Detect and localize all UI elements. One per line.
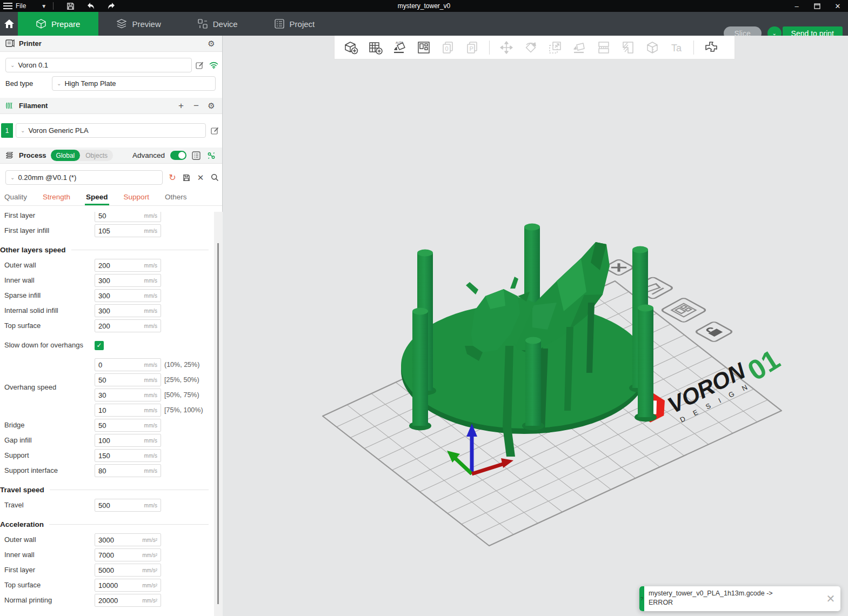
prepare-cube-icon xyxy=(36,19,46,29)
toast-close-icon[interactable]: ✕ xyxy=(821,586,840,611)
process-tab-support[interactable]: Support xyxy=(124,191,149,205)
svg-text:Ta: Ta xyxy=(671,43,682,53)
value-input[interactable]: 50mm/s xyxy=(95,373,161,386)
reset-profile-icon[interactable]: ↻ xyxy=(167,172,178,183)
value-input[interactable]: 5000mm/s² xyxy=(95,564,161,577)
setting-label: Internal solid infill xyxy=(4,306,95,315)
process-tab-quality[interactable]: Quality xyxy=(4,191,27,205)
value-input[interactable]: 7000mm/s² xyxy=(95,548,161,561)
home-button[interactable] xyxy=(0,12,18,36)
hamburger-menu-icon[interactable] xyxy=(3,3,12,9)
tab-device[interactable]: Device xyxy=(179,12,256,36)
process-profile-select[interactable]: ⌄ 0.20mm @V0.1 (*) xyxy=(5,170,163,185)
value-input[interactable]: 30mm/s xyxy=(95,389,161,401)
toast-status: ERROR xyxy=(649,598,817,607)
value-input[interactable]: 150mm/s xyxy=(95,449,161,462)
value-input[interactable]: 0mm/s xyxy=(95,358,161,371)
value-input[interactable]: 100mm/s xyxy=(95,434,161,447)
support-pillar[interactable] xyxy=(409,308,431,431)
printer-section-title: Printer xyxy=(19,39,42,48)
printer-icon xyxy=(5,39,15,48)
process-tab-speed[interactable]: Speed xyxy=(86,191,108,205)
remove-filament-icon[interactable]: − xyxy=(191,101,202,111)
support-pillar[interactable] xyxy=(522,337,544,431)
bed-type-label: Bed type xyxy=(5,79,52,88)
panel-scrollbar[interactable] xyxy=(214,212,223,616)
title-bar: File ▼ mystery_tower_v0 – ✕ xyxy=(0,0,848,12)
value-input[interactable]: 300mm/s xyxy=(95,289,161,302)
filament-settings-gear-icon[interactable]: ⚙ xyxy=(206,101,217,111)
svg-text:AUTO: AUTO xyxy=(396,41,403,44)
value-input[interactable]: 200mm/s xyxy=(95,259,161,272)
redo-icon[interactable] xyxy=(105,2,117,10)
save-icon[interactable] xyxy=(64,2,76,10)
bed-type-select[interactable]: ⌄ High Temp Plate xyxy=(52,76,216,91)
search-icon[interactable] xyxy=(209,172,220,183)
add-model-icon[interactable] xyxy=(340,38,362,57)
value-input[interactable]: 300mm/s xyxy=(95,274,161,287)
value-input[interactable]: 200mm/s xyxy=(95,319,161,332)
parameter-list-icon[interactable] xyxy=(191,150,202,161)
close-button[interactable]: ✕ xyxy=(827,0,848,12)
tab-preview[interactable]: Preview xyxy=(98,12,179,36)
value-input[interactable]: 500mm/s xyxy=(95,499,161,512)
setting-row: Inner wall7000mm/s² xyxy=(0,547,214,563)
copy-icon: 0 xyxy=(437,38,459,57)
undo-icon[interactable] xyxy=(85,2,97,10)
group-label: Other layers speed xyxy=(0,246,66,254)
edit-printer-icon[interactable] xyxy=(194,60,205,71)
process-tab-others[interactable]: Others xyxy=(165,191,187,205)
value-input[interactable]: 10000mm/s² xyxy=(95,579,161,592)
settings-group-header: Other layers speed xyxy=(0,242,214,258)
value-input[interactable]: 50mm/s xyxy=(95,419,161,432)
toast-accent-bar: ? xyxy=(639,586,644,611)
setting-row: Sparse infill300mm/s xyxy=(0,288,214,303)
minimize-button[interactable]: – xyxy=(786,0,807,12)
main-tab-bar: Prepare Preview Device Project Slice ⌄ S… xyxy=(0,12,848,36)
process-scope-toggle[interactable]: Global Objects xyxy=(51,150,113,161)
scene-canvas[interactable]: VORON D E S I G N 01 xyxy=(223,36,848,616)
scope-objects[interactable]: Objects xyxy=(80,150,113,161)
auto-orient-icon[interactable]: AUTO xyxy=(389,38,410,57)
printer-select[interactable]: ⌄ Voron 0.1 xyxy=(5,58,192,72)
value-input[interactable]: 300mm/s xyxy=(95,304,161,317)
viewport-3d[interactable]: VORON D E S I G N 01 xyxy=(223,36,848,616)
value-input[interactable]: 50mm/s xyxy=(95,212,161,222)
value-input[interactable]: 105mm/s xyxy=(95,224,161,237)
process-section-title: Process xyxy=(19,151,46,159)
delete-profile-icon[interactable]: ✕ xyxy=(195,172,206,183)
tab-project[interactable]: Project xyxy=(256,12,333,36)
add-plate-icon[interactable] xyxy=(364,38,386,57)
tab-prepare[interactable]: Prepare xyxy=(18,12,98,36)
checkbox-checked[interactable]: ✓ xyxy=(95,341,104,350)
chevron-down-icon: ⌄ xyxy=(57,81,61,86)
support-pillar[interactable] xyxy=(635,305,657,422)
value-input[interactable]: 10mm/s xyxy=(95,404,161,417)
advanced-toggle[interactable] xyxy=(170,151,186,160)
file-menu-chevron-icon[interactable]: ▼ xyxy=(41,3,46,9)
process-layers-icon xyxy=(5,151,15,159)
process-tab-strength[interactable]: Strength xyxy=(43,191,70,205)
value-input[interactable]: 20000mm/s² xyxy=(95,594,161,607)
printer-settings-gear-icon[interactable]: ⚙ xyxy=(206,38,217,49)
panel-scrollbar-thumb[interactable] xyxy=(217,243,219,604)
maximize-button[interactable] xyxy=(807,0,827,12)
edit-filament-icon[interactable] xyxy=(209,125,220,136)
wifi-icon[interactable] xyxy=(208,60,219,71)
filament-select[interactable]: ⌄ Voron Generic PLA xyxy=(16,123,206,138)
arrange-icon[interactable] xyxy=(413,38,435,57)
value-input[interactable]: 3000mm/s² xyxy=(95,533,161,546)
value-input[interactable]: 80mm/s xyxy=(95,464,161,477)
settings-scroll-area[interactable]: First layer50mm/sFirst layer infill105mm… xyxy=(0,212,214,616)
group-label: Travel speed xyxy=(0,486,44,494)
arrange-plate-button[interactable] xyxy=(661,298,707,323)
assembly-icon[interactable] xyxy=(700,38,722,57)
add-filament-icon[interactable]: + xyxy=(176,101,186,111)
help-icon[interactable]: ? xyxy=(640,596,643,601)
scope-global[interactable]: Global xyxy=(51,150,81,161)
tune-params-icon[interactable] xyxy=(206,150,217,161)
save-profile-icon[interactable] xyxy=(181,172,192,183)
file-menu[interactable]: File xyxy=(16,2,26,10)
lock-plate-button[interactable] xyxy=(695,322,733,343)
process-section-header: Process Global Objects Advanced xyxy=(0,148,222,164)
